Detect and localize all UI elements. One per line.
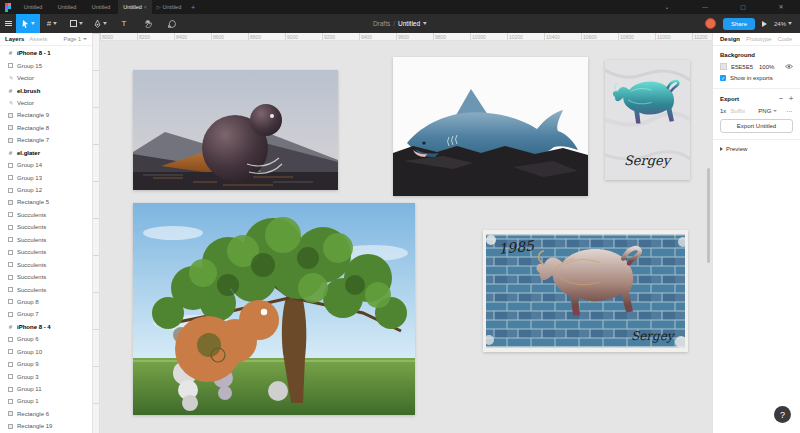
layer-row[interactable]: Group 1: [0, 395, 92, 407]
export-more-options-icon[interactable]: ⋯: [786, 107, 793, 114]
present-icon[interactable]: [762, 21, 767, 27]
user-avatar[interactable]: [705, 18, 716, 29]
document-tab-4-active[interactable]: Untitled ×: [118, 0, 152, 14]
layer-row[interactable]: Succulents: [0, 209, 92, 221]
tab-assets[interactable]: Assets: [29, 36, 47, 42]
chevron-down-icon[interactable]: [79, 22, 83, 25]
layer-row[interactable]: Group 13: [0, 171, 92, 183]
shape-tool-button[interactable]: [64, 14, 88, 33]
document-tab-1[interactable]: Untitled: [16, 0, 50, 14]
artboard-marble-bull[interactable]: Sergey: [605, 60, 690, 180]
layer-row[interactable]: Group 10: [0, 346, 92, 358]
horizontal-ruler: 8000820084008600880090009200940096009800…: [100, 33, 712, 41]
layer-row[interactable]: Group 6: [0, 333, 92, 345]
layer-row[interactable]: Rectangle 8: [0, 122, 92, 134]
export-button[interactable]: Export Untitled: [720, 119, 793, 133]
frame-icon: [9, 150, 12, 156]
window-menu-icon[interactable]: ⌄: [648, 0, 686, 14]
layer-row[interactable]: Succulents: [0, 234, 92, 246]
pen-tool-button[interactable]: [88, 14, 112, 33]
breadcrumb-project[interactable]: Drafts: [373, 20, 390, 27]
artboard-shark[interactable]: [393, 57, 588, 196]
layer-row[interactable]: el.glater: [0, 147, 92, 159]
tab-layers[interactable]: Layers: [5, 36, 24, 42]
export-format-dropdown[interactable]: PNG: [758, 108, 777, 114]
layer-row[interactable]: Group 12: [0, 184, 92, 196]
signature-text: Sergey: [624, 153, 672, 168]
comment-tool-button[interactable]: [160, 14, 184, 33]
artboard-tree-animal[interactable]: [133, 203, 415, 415]
layer-row[interactable]: Group 9: [0, 358, 92, 370]
show-in-exports-checkbox[interactable]: ✓: [720, 75, 726, 81]
document-tab-2[interactable]: Untitled: [50, 0, 84, 14]
background-opacity-value[interactable]: 100%: [759, 64, 774, 70]
group-icon: [8, 362, 13, 367]
export-suffix-input[interactable]: [730, 108, 754, 114]
layer-row[interactable]: Group 14: [0, 159, 92, 171]
canvas-scrollbar[interactable]: [707, 168, 710, 263]
background-hex-value[interactable]: E5E5E5: [731, 64, 753, 70]
artboard-brick-bull[interactable]: 1985 Sergey: [483, 230, 688, 352]
ruler-tick-label: 8000: [100, 33, 137, 40]
layer-row[interactable]: Group 11: [0, 383, 92, 395]
export-scale-value: 1x: [720, 108, 726, 114]
share-button[interactable]: Share: [723, 18, 755, 30]
document-tab-3[interactable]: Untitled: [84, 0, 118, 14]
layer-row[interactable]: iPhone 8 - 4: [0, 321, 92, 333]
new-tab-button[interactable]: +: [186, 0, 200, 14]
layer-row[interactable]: Rectangle 5: [0, 196, 92, 208]
layer-row[interactable]: Succulents: [0, 258, 92, 270]
add-export-icon[interactable]: +: [789, 95, 793, 102]
breadcrumb-doc-title[interactable]: Untitled: [398, 20, 420, 27]
text-tool-button[interactable]: T: [112, 14, 136, 33]
frame-tool-button[interactable]: #: [40, 14, 64, 33]
help-button[interactable]: ?: [774, 406, 791, 423]
layer-row[interactable]: Vector: [0, 72, 92, 84]
close-tab-icon[interactable]: ×: [144, 4, 147, 10]
tab-code[interactable]: Code: [778, 36, 792, 42]
layer-row[interactable]: Succulents: [0, 271, 92, 283]
zoom-level-value: 24%: [774, 21, 786, 27]
layer-row[interactable]: Rectangle 6: [0, 408, 92, 420]
chevron-down-icon[interactable]: [53, 22, 57, 25]
chevron-down-icon[interactable]: [423, 22, 427, 25]
maximize-icon[interactable]: ▢: [724, 0, 762, 14]
layer-row[interactable]: iPhone 8 - 1: [0, 47, 92, 59]
page-selector[interactable]: Page 1: [64, 36, 87, 42]
layer-row[interactable]: Group 7: [0, 308, 92, 320]
remove-export-icon[interactable]: −: [779, 95, 783, 102]
layer-row[interactable]: Rectangle 9: [0, 109, 92, 121]
chevron-down-icon: [773, 110, 777, 112]
hand-tool-button[interactable]: [136, 14, 160, 33]
layer-row[interactable]: Succulents: [0, 283, 92, 295]
layer-row[interactable]: Rectangle 19: [0, 420, 92, 432]
background-color-swatch[interactable]: [720, 63, 727, 70]
tab-design[interactable]: Design: [720, 36, 740, 42]
tab-label: Untitled: [123, 4, 142, 10]
layer-row[interactable]: Succulents: [0, 221, 92, 233]
artboard-duck-architecture[interactable]: [133, 70, 338, 190]
layer-row[interactable]: Group 15: [0, 59, 92, 71]
chevron-down-icon[interactable]: [31, 22, 35, 25]
layer-row[interactable]: Vector: [0, 97, 92, 109]
preview-toggle[interactable]: Preview: [713, 140, 800, 158]
layer-row[interactable]: Group 8: [0, 296, 92, 308]
layer-row[interactable]: Succulents: [0, 246, 92, 258]
chevron-down-icon[interactable]: [103, 22, 107, 25]
zoom-level-dropdown[interactable]: 24%: [774, 21, 792, 27]
group-icon: [8, 312, 13, 317]
minimize-icon[interactable]: —: [686, 0, 724, 14]
tab-prototype[interactable]: Prototype: [746, 36, 772, 42]
layer-row[interactable]: el.brush: [0, 84, 92, 96]
layer-label: Rectangle 6: [17, 411, 49, 417]
layer-row[interactable]: Group 3: [0, 370, 92, 382]
main-menu-button[interactable]: [0, 14, 16, 33]
layer-row[interactable]: Rectangle 7: [0, 134, 92, 146]
export-scale-dropdown[interactable]: 1x: [720, 108, 726, 114]
close-window-icon[interactable]: ✕: [762, 0, 800, 14]
move-tool-button[interactable]: [16, 14, 40, 33]
visibility-eye-icon[interactable]: [785, 64, 793, 70]
document-tab-5[interactable]: ▷ Untitled: [152, 0, 186, 14]
canvas[interactable]: 8000820084008600880090009200940096009800…: [93, 33, 712, 433]
layer-label: Succulents: [17, 249, 46, 255]
